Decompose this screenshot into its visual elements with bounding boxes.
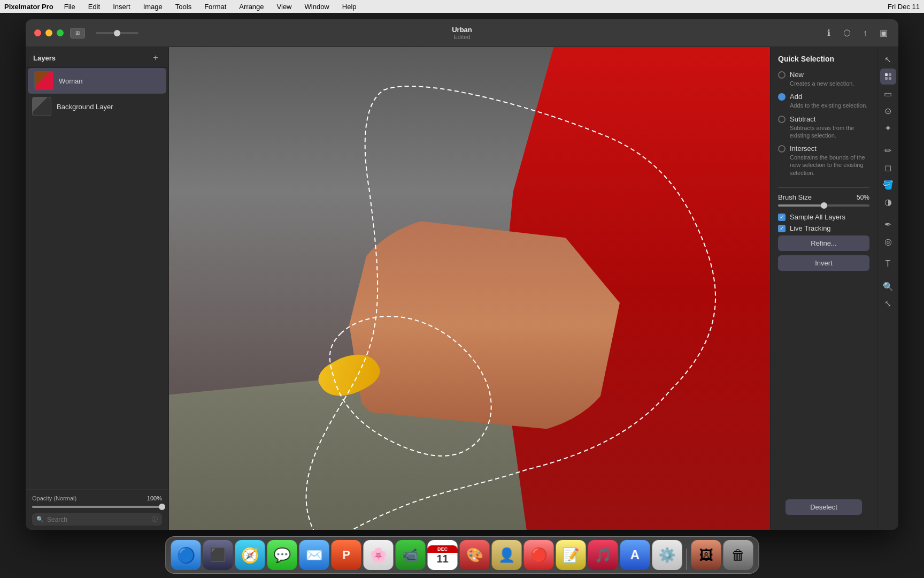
qs-radio-subtract[interactable] xyxy=(778,116,786,123)
menu-image[interactable]: Image xyxy=(141,2,165,12)
dock-item-mail[interactable]: ✉️ xyxy=(299,540,329,570)
menu-insert[interactable]: Insert xyxy=(111,2,133,12)
maximize-button[interactable] xyxy=(57,29,64,36)
svg-rect-1 xyxy=(889,73,891,76)
qs-option-subtract: Subtract Subtracts areas from the existi… xyxy=(778,115,869,140)
dock-item-pixelpainter[interactable]: 🎨 xyxy=(460,540,490,570)
fill-tool[interactable]: 🪣 xyxy=(880,177,896,193)
menu-file[interactable]: File xyxy=(62,2,78,12)
menu-arrange[interactable]: Arrange xyxy=(237,2,266,12)
qs-option-add: Add Adds to the existing selection. xyxy=(778,93,869,109)
menu-format[interactable]: Format xyxy=(202,2,228,12)
pen-tool[interactable]: ✒ xyxy=(880,216,896,232)
dock-item-finder[interactable]: 🔵 xyxy=(171,540,201,570)
stamp-tool[interactable]: ◎ xyxy=(880,233,896,249)
layers-header: Layers + xyxy=(26,47,168,68)
dock-item-launchpad[interactable]: ⬛ xyxy=(203,540,233,570)
qs-radio-new[interactable] xyxy=(778,71,786,79)
opacity-value: 100% xyxy=(147,495,162,501)
paint-brush-tool[interactable]: ✏ xyxy=(880,142,896,158)
layer-thumbnail-woman xyxy=(34,71,53,90)
calendar-month: DEC xyxy=(428,545,458,553)
layer-item-background[interactable]: Background Layer xyxy=(26,94,168,119)
dock-item-safari[interactable]: 🧭 xyxy=(235,540,265,570)
dock-item-pixedit[interactable]: 🖼 xyxy=(691,540,721,570)
layout-button[interactable]: ▣ xyxy=(877,27,890,40)
canvas-area[interactable]: .sel-path { fill: none; stroke: #fff; st… xyxy=(169,47,770,530)
window-title-area: Urban Edited xyxy=(452,26,472,40)
menubar: Pixelmator Pro File Edit Insert Image To… xyxy=(0,0,924,13)
search-bar[interactable]: 🔍 ⓘ xyxy=(32,513,162,526)
dock-item-appstore[interactable]: A xyxy=(620,540,650,570)
transform-tool[interactable]: ⤡ xyxy=(880,295,896,311)
qs-radio-intersect[interactable] xyxy=(778,145,786,153)
layer-thumbnail-background xyxy=(32,97,51,116)
gradient-tool[interactable]: ◑ xyxy=(880,194,896,210)
qs-radio-add[interactable] xyxy=(778,93,786,101)
qs-desc-subtract: Subtracts areas from the existing select… xyxy=(790,124,869,140)
svg-rect-2 xyxy=(885,77,888,80)
search-icon: 🔍 xyxy=(36,516,44,523)
view-toggle-button[interactable]: ⊞ xyxy=(70,28,85,39)
sample-all-layers-checkbox[interactable]: ✓ xyxy=(778,214,786,221)
quick-selection-title: Quick Selection xyxy=(778,55,869,63)
quick-selection-panel: Quick Selection New Creates a new select… xyxy=(770,47,877,530)
cursor-tool[interactable]: ↖ xyxy=(880,51,896,67)
rectangle-select-tool[interactable]: ▭ xyxy=(880,86,896,102)
lasso-tool[interactable]: ⊙ xyxy=(880,103,896,119)
magic-wand-tool[interactable]: ✦ xyxy=(880,120,896,136)
dock-item-contacts[interactable]: 👤 xyxy=(492,540,522,570)
menu-help[interactable]: Help xyxy=(340,2,359,12)
dock-item-launchpad2[interactable]: 🔴 xyxy=(524,540,554,570)
menubar-right: Fri Dec 11 xyxy=(888,3,920,11)
menu-window[interactable]: Window xyxy=(303,2,332,12)
erase-tool[interactable]: ◻ xyxy=(880,159,896,176)
opacity-slider[interactable] xyxy=(32,506,162,508)
brush-size-slider[interactable] xyxy=(778,204,869,207)
export-button[interactable]: ↑ xyxy=(859,27,872,40)
layers-bottom: Opacity (Normal) 100% 🔍 ⓘ xyxy=(26,489,168,530)
dock-item-photos[interactable]: 🌸 xyxy=(364,540,394,570)
add-layer-button[interactable]: + xyxy=(150,52,161,63)
opacity-label: Opacity (Normal) xyxy=(32,495,76,501)
share-button[interactable]: ⬡ xyxy=(841,27,853,40)
search-info-icon[interactable]: ⓘ xyxy=(152,515,158,523)
dock-item-system-prefs[interactable]: ⚙️ xyxy=(652,540,682,570)
dock-item-calendar[interactable]: DEC 11 xyxy=(428,540,458,570)
qs-desc-intersect: Constrains the bounds of the new selecti… xyxy=(790,154,869,177)
dock-separator xyxy=(687,549,687,570)
dock-item-facetime[interactable]: 📹 xyxy=(396,540,426,570)
quick-selection-tool[interactable] xyxy=(880,69,896,85)
brush-size-value: 50% xyxy=(857,194,869,201)
deselect-button[interactable]: Deselect xyxy=(786,499,862,515)
qs-option-new: New Creates a new selection. xyxy=(778,71,869,87)
dock-item-trash[interactable]: 🗑 xyxy=(723,540,753,570)
dock-item-pixelmator[interactable]: P xyxy=(332,540,361,570)
menubar-time: Fri Dec 11 xyxy=(888,3,920,11)
dock-item-music[interactable]: 🎵 xyxy=(588,540,618,570)
text-tool[interactable]: T xyxy=(880,256,896,272)
zoom-in-tool[interactable]: 🔍 xyxy=(880,278,896,294)
zoom-control[interactable] xyxy=(96,32,138,34)
dock-item-messages[interactable]: 💬 xyxy=(267,540,297,570)
search-input[interactable] xyxy=(47,516,149,523)
invert-button[interactable]: Invert xyxy=(778,255,869,271)
window-subtitle: Edited xyxy=(452,34,472,40)
dock-item-notes[interactable]: 📝 xyxy=(556,540,586,570)
view-icon: ⊞ xyxy=(75,30,80,36)
window-title: Urban xyxy=(452,26,472,34)
info-button[interactable]: ℹ xyxy=(822,27,835,40)
live-tracking-checkbox[interactable]: ✓ xyxy=(778,225,786,232)
checkmark-icon-2: ✓ xyxy=(780,225,784,231)
svg-rect-0 xyxy=(885,73,888,76)
refine-button[interactable]: Refine... xyxy=(778,235,869,251)
layers-panel: Layers + Woman Background Layer Opacity … xyxy=(26,47,169,530)
checkmark-icon: ✓ xyxy=(780,214,784,220)
menu-view[interactable]: View xyxy=(275,2,294,12)
menu-tools[interactable]: Tools xyxy=(173,2,194,12)
layer-item-woman[interactable]: Woman xyxy=(28,68,166,94)
menu-edit[interactable]: Edit xyxy=(86,2,102,12)
minimize-button[interactable] xyxy=(45,29,52,36)
qs-option-intersect: Intersect Constrains the bounds of the n… xyxy=(778,144,869,177)
close-button[interactable] xyxy=(34,29,41,36)
